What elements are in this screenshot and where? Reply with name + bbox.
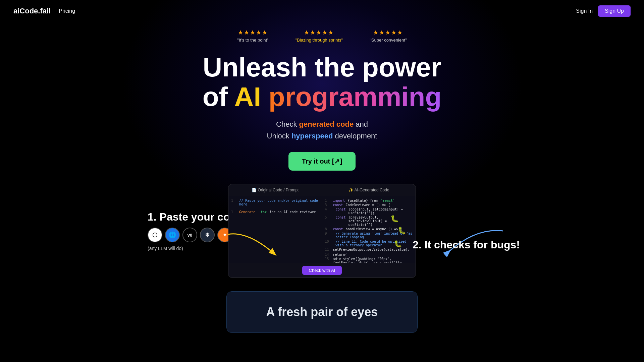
sub-line2: Unlock hyperspeed development xyxy=(267,132,377,140)
review-1: ★★★★★ "It's to the point" xyxy=(237,29,268,43)
demo-footer: Check with AI xyxy=(228,263,416,278)
llm-icon-openai: ⬡ xyxy=(148,228,162,242)
llm-label: (any LLM will do) xyxy=(148,246,183,251)
demo-window: 📄 Original Code / Prompt ✨ AI-Generated … xyxy=(228,184,416,278)
sub-check: Check xyxy=(276,120,299,128)
hero-line2: of AI programming xyxy=(203,82,442,112)
hero-space xyxy=(261,82,268,112)
cta-button[interactable]: Try it out [↗] xyxy=(288,152,356,171)
subheadline: Check generated code and Unlock hyperspe… xyxy=(267,118,377,142)
llm-icon-v0: v0 xyxy=(182,228,197,242)
demo-pane-ai[interactable]: 1import {useState} from 'react' 3const C… xyxy=(322,196,416,263)
quote-2: "Blazing through sprints" xyxy=(296,38,343,43)
sub-unlock: Unlock xyxy=(267,132,291,140)
annotation-bugs: 2. It checks for bugs! xyxy=(413,239,520,251)
demo-pane-original[interactable]: 1// Paste your code and/or original code… xyxy=(228,196,322,263)
sub-generated: generated code xyxy=(299,120,354,128)
nav-left: aiCode.fail Pricing xyxy=(13,7,75,15)
navbar: aiCode.fail Pricing Sign In Sign Up xyxy=(0,0,644,22)
sub-line1: Check generated code and xyxy=(276,120,368,128)
bug-icon-3: 🐛 xyxy=(394,240,402,248)
quote-3: "Super convenient" xyxy=(370,38,407,43)
demo-tab-original: 📄 Original Code / Prompt xyxy=(228,184,322,196)
reviews-row: ★★★★★ "It's to the point" ★★★★★ "Blazing… xyxy=(237,29,407,43)
bug-icon-1: 🐛 xyxy=(390,215,399,223)
bug-icon-2: 🐛 xyxy=(398,226,406,234)
stars-3: ★★★★★ xyxy=(373,29,403,36)
stars-2: ★★★★★ xyxy=(304,29,334,36)
sub-dev: development xyxy=(333,132,377,140)
hero-line2-of: of xyxy=(203,82,234,112)
fresh-eyes-section: A fresh pair of eyes xyxy=(226,291,418,333)
demo-header: 📄 Original Code / Prompt ✨ AI-Generated … xyxy=(228,184,416,196)
hero-line1: Unleash the power xyxy=(203,53,442,82)
hero-ai-word: AI xyxy=(234,82,261,112)
llm-icon-perplexity: ❄ xyxy=(200,228,215,242)
sign-up-button[interactable]: Sign Up xyxy=(598,5,631,17)
quote-1: "It's to the point" xyxy=(237,38,268,43)
main-content: ★★★★★ "It's to the point" ★★★★★ "Blazing… xyxy=(0,22,644,333)
review-3: ★★★★★ "Super convenient" xyxy=(370,29,407,43)
sub-and: and xyxy=(354,120,368,128)
fresh-eyes-title: A fresh pair of eyes xyxy=(240,305,404,319)
review-2: ★★★★★ "Blazing through sprints" xyxy=(296,29,343,43)
llm-icon-gemini: 🌐 xyxy=(165,228,180,242)
demo-body: 1// Paste your code and/or original code… xyxy=(228,196,416,263)
check-with-ai-button[interactable]: Check with AI xyxy=(302,266,342,275)
pricing-link[interactable]: Pricing xyxy=(59,8,75,14)
logo[interactable]: aiCode.fail xyxy=(13,7,51,15)
demo-tab-ai: ✨ AI-Generated Code xyxy=(322,184,416,196)
annotation-bugs-text: 2. It checks for bugs! xyxy=(413,239,520,251)
sign-in-button[interactable]: Sign In xyxy=(576,8,593,14)
hero-programming-word: programming xyxy=(269,82,442,112)
stars-1: ★★★★★ xyxy=(238,29,268,36)
nav-right: Sign In Sign Up xyxy=(576,5,631,17)
hero-headline: Unleash the power of AI programming xyxy=(203,53,442,112)
demo-section: 1. Paste your code ⬡ 🌐 v0 ❄ ✦ M (any LLM… xyxy=(228,184,416,278)
sub-hyperspeed: hyperspeed xyxy=(291,132,333,140)
